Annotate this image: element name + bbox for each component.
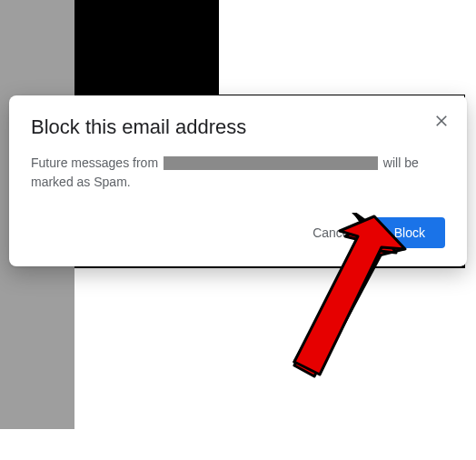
dialog-title: Block this email address [31,115,445,139]
close-button[interactable] [429,108,454,134]
header-background [74,0,219,95]
block-button[interactable]: Block [374,217,445,248]
cancel-button[interactable]: Cancel [302,218,363,247]
content-divider [74,266,465,268]
block-email-dialog: Block this email address Future messages… [9,95,467,266]
dialog-body: Future messages from will be marked as S… [31,154,445,192]
close-icon [433,113,450,129]
dialog-body-prefix: Future messages from [31,155,162,170]
dialog-actions: Cancel Block [31,217,445,248]
redacted-email [164,156,378,170]
